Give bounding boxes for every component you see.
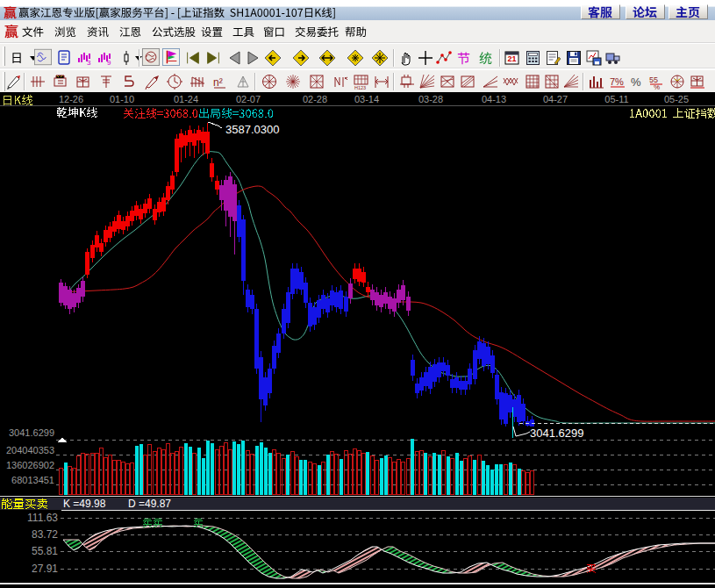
svg-text:83.72: 83.72 bbox=[32, 528, 58, 541]
svg-text:05-11: 05-11 bbox=[604, 94, 628, 104]
svg-text:n²: n² bbox=[213, 76, 223, 89]
svg-text:K =49.98: K =49.98 bbox=[63, 498, 106, 510]
svg-text:%: % bbox=[654, 83, 660, 90]
svg-text:%: % bbox=[631, 75, 641, 89]
svg-text:9: 9 bbox=[107, 59, 111, 67]
svg-text:12-26: 12-26 bbox=[59, 94, 83, 104]
svg-text:03-28: 03-28 bbox=[418, 94, 443, 104]
svg-text:68013451: 68013451 bbox=[11, 475, 54, 485]
svg-text:204040353: 204040353 bbox=[6, 445, 54, 455]
svg-text:3041.6299: 3041.6299 bbox=[9, 427, 54, 438]
svg-text:05-25: 05-25 bbox=[664, 94, 689, 104]
svg-text:02-28: 02-28 bbox=[303, 94, 327, 104]
svg-text:01-10: 01-10 bbox=[110, 94, 134, 104]
svg-text:01-24: 01-24 bbox=[174, 94, 198, 104]
svg-text:D =49.87: D =49.87 bbox=[128, 498, 171, 510]
svg-text:111.63: 111.63 bbox=[27, 512, 58, 524]
svg-text:55.81: 55.81 bbox=[32, 545, 58, 557]
svg-text:136026902: 136026902 bbox=[6, 460, 54, 470]
svg-text:04-27: 04-27 bbox=[543, 94, 568, 104]
svg-text:3587.0300: 3587.0300 bbox=[225, 123, 279, 136]
svg-text:7%: 7% bbox=[610, 76, 624, 87]
svg-text:21: 21 bbox=[508, 54, 517, 63]
svg-text:3: 3 bbox=[87, 59, 91, 67]
svg-text:H123: H123 bbox=[354, 85, 366, 90]
svg-text:27.91: 27.91 bbox=[32, 563, 58, 575]
svg-text:03-14: 03-14 bbox=[354, 94, 379, 104]
svg-text:02-07: 02-07 bbox=[236, 94, 261, 104]
svg-text:3041.6299: 3041.6299 bbox=[530, 427, 583, 440]
svg-text:04-13: 04-13 bbox=[482, 94, 506, 104]
